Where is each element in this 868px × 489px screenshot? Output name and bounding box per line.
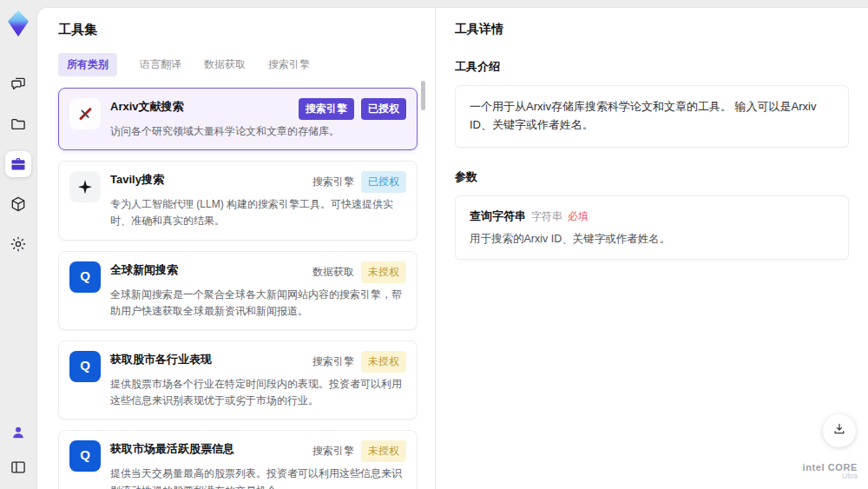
tool-category-badge: 数据获取 bbox=[312, 265, 354, 280]
intro-box: 一个用于从Arxiv存储库搜索科学论文和文章的工具。 输入可以是Arxiv ID… bbox=[455, 85, 849, 148]
param-required-badge: 必填 bbox=[568, 209, 589, 224]
param-type: 字符串 bbox=[531, 209, 562, 224]
tool-card[interactable]: 获取股市各行业表现 搜索引擎 未授权 提供股票市场各个行业在特定时间段内的表现。… bbox=[58, 340, 418, 420]
detail-title: 工具详情 bbox=[455, 22, 849, 37]
scrollbar-thumb[interactable] bbox=[421, 81, 425, 110]
intel-core-logo: intel CORE Ultra bbox=[803, 462, 858, 480]
category-tab[interactable]: 语言翻译 bbox=[140, 57, 181, 72]
param-item: 查询字符串 字符串 必填 用于搜索的Arxiv ID、关键字或作者姓名。 bbox=[470, 208, 834, 247]
tool-head: Arxiv文献搜索 搜索引擎 已授权 bbox=[110, 98, 406, 120]
tool-list: Arxiv文献搜索 搜索引擎 已授权 访问各个研究领域大量科学论文和文章的存储库… bbox=[58, 88, 418, 489]
tool-detail-panel: 工具详情 工具介绍 一个用于从Arxiv存储库搜索科学论文和文章的工具。 输入可… bbox=[435, 8, 868, 489]
params-heading: 参数 bbox=[455, 169, 849, 185]
tool-head: 获取股市各行业表现 搜索引擎 未授权 bbox=[110, 351, 406, 373]
intro-text: 一个用于从Arxiv存储库搜索科学论文和文章的工具。 输入可以是Arxiv ID… bbox=[470, 98, 834, 135]
download-button[interactable] bbox=[823, 414, 856, 447]
tool-icon bbox=[69, 261, 101, 293]
tool-description: 全球新闻搜索是一个聚合全球各大新闻网站内容的搜索引擎，帮助用户快速获取全球最新资… bbox=[110, 287, 406, 320]
tool-body: 获取股市各行业表现 搜索引擎 未授权 提供股票市场各个行业在特定时间段内的表现。… bbox=[110, 351, 406, 409]
sidebar-item-tools[interactable] bbox=[5, 151, 31, 177]
gear-icon bbox=[10, 235, 27, 253]
tool-icon-glyph bbox=[77, 448, 93, 464]
icon-rail bbox=[0, 0, 36, 489]
params-box: 查询字符串 字符串 必填 用于搜索的Arxiv ID、关键字或作者姓名。 bbox=[455, 195, 849, 260]
chat-icon bbox=[10, 76, 27, 93]
sidebar-item-models[interactable] bbox=[5, 191, 31, 217]
tool-description: 提供当天交易量最高的股票列表。投资者可以利用这些信息来识别流动性强的股票和潜在的… bbox=[110, 466, 406, 489]
intro-heading: 工具介绍 bbox=[455, 59, 849, 75]
category-tab[interactable]: 搜索引擎 bbox=[268, 57, 310, 72]
tool-icon-glyph bbox=[77, 359, 93, 374]
sidebar-item-settings[interactable] bbox=[5, 231, 31, 257]
folder-icon bbox=[10, 116, 27, 133]
tool-auth-badge: 已授权 bbox=[361, 98, 406, 120]
tool-badges: 搜索引擎 已授权 bbox=[292, 98, 406, 120]
panel-toggle-icon bbox=[10, 459, 27, 476]
tool-auth-badge: 未授权 bbox=[361, 440, 406, 462]
cube-icon bbox=[10, 195, 27, 213]
main-surface: 工具集 所有类别 语言翻译 数据获取 搜索引擎 bbox=[36, 7, 868, 489]
app-window: 工具集 所有类别 语言翻译 数据获取 搜索引擎 bbox=[0, 0, 868, 489]
tool-body: Arxiv文献搜索 搜索引擎 已授权 访问各个研究领域大量科学论文和文章的存储库… bbox=[110, 98, 406, 140]
tool-name: Arxiv文献搜索 bbox=[110, 98, 184, 115]
tool-category-badge: 搜索引擎 bbox=[312, 175, 354, 189]
tool-auth-badge: 未授权 bbox=[361, 261, 406, 283]
tool-body: 全球新闻搜索 数据获取 未授权 全球新闻搜索是一个聚合全球各大新闻网站内容的搜索… bbox=[110, 261, 406, 320]
sidebar-item-chat[interactable] bbox=[5, 71, 31, 97]
tool-card[interactable]: 获取市场最活跃股票信息 搜索引擎 未授权 提供当天交易量最高的股票列表。投资者可… bbox=[58, 430, 418, 489]
param-name: 查询字符串 bbox=[470, 208, 526, 224]
tool-badges: 搜索引擎 未授权 bbox=[306, 351, 406, 373]
download-icon bbox=[832, 421, 847, 440]
tool-description: 访问各个研究领域大量科学论文和文章的存储库。 bbox=[110, 123, 406, 140]
rail-items bbox=[5, 71, 31, 257]
tool-icon bbox=[69, 171, 101, 202]
tool-badges: 数据获取 未授权 bbox=[306, 261, 406, 283]
brand-text: intel CORE bbox=[803, 462, 858, 472]
category-tab[interactable]: 所有类别 bbox=[58, 53, 117, 76]
tool-head: 全球新闻搜索 数据获取 未授权 bbox=[110, 261, 406, 283]
sidebar-item-files[interactable] bbox=[5, 111, 31, 137]
toolbox-icon bbox=[10, 155, 27, 173]
user-icon bbox=[10, 424, 27, 441]
tool-icon bbox=[69, 98, 101, 129]
tool-head: Tavily搜索 搜索引擎 已授权 bbox=[110, 171, 406, 193]
tool-badges: 搜索引擎 未授权 bbox=[306, 440, 406, 462]
tool-name: 全球新闻搜索 bbox=[110, 261, 178, 278]
tool-description: 提供股票市场各个行业在特定时间段内的表现。投资者可以利用这些信息来识别表现优于或… bbox=[110, 376, 406, 409]
tool-icon-glyph bbox=[77, 106, 93, 122]
tool-icon bbox=[69, 440, 101, 472]
tool-card[interactable]: 全球新闻搜索 数据获取 未授权 全球新闻搜索是一个聚合全球各大新闻网站内容的搜索… bbox=[58, 251, 418, 330]
tool-icon-glyph bbox=[77, 179, 93, 195]
sidebar-item-account[interactable] bbox=[5, 420, 31, 446]
tool-card[interactable]: Arxiv文献搜索 搜索引擎 已授权 访问各个研究领域大量科学论文和文章的存储库… bbox=[58, 88, 418, 150]
rail-bottom bbox=[0, 420, 36, 480]
tool-name: 获取股市各行业表现 bbox=[110, 351, 212, 367]
tool-name: Tavily搜索 bbox=[110, 171, 164, 188]
tool-body: Tavily搜索 搜索引擎 已授权 专为人工智能代理 (LLM) 构建的搜索引擎… bbox=[110, 171, 406, 229]
sidebar-item-collapse[interactable] bbox=[5, 454, 31, 480]
tool-badges: 搜索引擎 已授权 bbox=[306, 171, 406, 193]
page-title: 工具集 bbox=[58, 22, 435, 38]
tools-panel: 工具集 所有类别 语言翻译 数据获取 搜索引擎 bbox=[37, 8, 435, 489]
param-head: 查询字符串 字符串 必填 bbox=[470, 208, 834, 224]
category-tab[interactable]: 数据获取 bbox=[204, 57, 246, 72]
category-tabs: 所有类别 语言翻译 数据获取 搜索引擎 bbox=[58, 53, 435, 76]
tool-body: 获取市场最活跃股票信息 搜索引擎 未授权 提供当天交易量最高的股票列表。投资者可… bbox=[110, 440, 406, 489]
param-description: 用于搜索的Arxiv ID、关键字或作者姓名。 bbox=[470, 232, 834, 247]
tool-auth-badge: 已授权 bbox=[361, 171, 406, 193]
tool-icon-glyph bbox=[77, 269, 93, 285]
tool-category-badge: 搜索引擎 bbox=[299, 98, 354, 120]
tool-auth-badge: 未授权 bbox=[361, 351, 406, 373]
tool-category-badge: 搜索引擎 bbox=[312, 444, 354, 459]
tool-icon bbox=[69, 351, 101, 382]
app-logo bbox=[8, 10, 29, 36]
tool-head: 获取市场最活跃股票信息 搜索引擎 未授权 bbox=[110, 440, 406, 462]
tool-category-badge: 搜索引擎 bbox=[312, 354, 354, 369]
brand-subtext: Ultra bbox=[803, 472, 858, 480]
tool-card[interactable]: Tavily搜索 搜索引擎 已授权 专为人工智能代理 (LLM) 构建的搜索引擎… bbox=[58, 161, 418, 240]
tool-description: 专为人工智能代理 (LLM) 构建的搜索引擎工具。可快速提供实时、准确和真实的结… bbox=[110, 196, 406, 229]
tool-name: 获取市场最活跃股票信息 bbox=[110, 440, 234, 457]
